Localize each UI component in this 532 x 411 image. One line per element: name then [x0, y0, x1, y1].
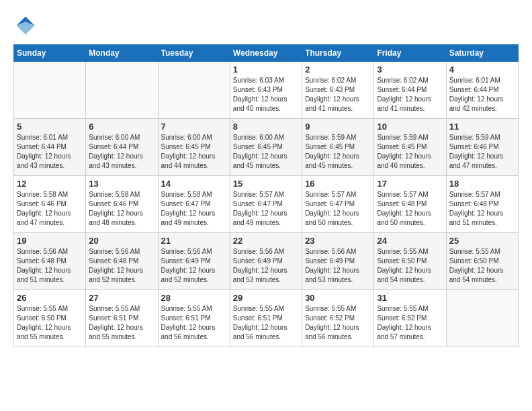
day-info: Sunrise: 5:58 AM Sunset: 6:46 PM Dayligh…	[89, 190, 154, 228]
logo	[13, 13, 42, 38]
day-info: Sunrise: 5:56 AM Sunset: 6:48 PM Dayligh…	[17, 247, 83, 285]
day-number: 19	[17, 236, 83, 246]
day-info: Sunrise: 5:57 AM Sunset: 6:47 PM Dayligh…	[305, 190, 371, 228]
day-info: Sunrise: 5:59 AM Sunset: 6:46 PM Dayligh…	[449, 133, 515, 171]
calendar-cell: 12Sunrise: 5:58 AM Sunset: 6:46 PM Dayli…	[14, 176, 86, 233]
calendar-cell: 18Sunrise: 5:57 AM Sunset: 6:48 PM Dayli…	[446, 176, 518, 233]
calendar-cell: 9Sunrise: 5:59 AM Sunset: 6:45 PM Daylig…	[302, 119, 374, 176]
calendar-cell: 26Sunrise: 5:55 AM Sunset: 6:50 PM Dayli…	[14, 290, 86, 347]
day-number: 29	[233, 293, 299, 303]
day-number: 3	[377, 64, 443, 75]
calendar-cell: 15Sunrise: 5:57 AM Sunset: 6:47 PM Dayli…	[230, 176, 302, 233]
day-number: 27	[89, 293, 154, 303]
day-info: Sunrise: 5:59 AM Sunset: 6:45 PM Dayligh…	[377, 133, 443, 171]
calendar-cell: 1Sunrise: 6:03 AM Sunset: 6:43 PM Daylig…	[230, 62, 302, 119]
logo-icon	[13, 13, 38, 38]
day-number: 21	[161, 236, 227, 246]
day-number: 12	[17, 179, 83, 189]
day-number: 23	[305, 236, 371, 246]
header-sunday: Sunday	[14, 45, 86, 62]
day-info: Sunrise: 5:59 AM Sunset: 6:45 PM Dayligh…	[305, 133, 371, 171]
day-info: Sunrise: 6:02 AM Sunset: 6:43 PM Dayligh…	[305, 76, 371, 113]
day-number: 20	[89, 236, 154, 246]
calendar-cell: 3Sunrise: 6:02 AM Sunset: 6:44 PM Daylig…	[374, 62, 446, 119]
calendar-cell: 16Sunrise: 5:57 AM Sunset: 6:47 PM Dayli…	[302, 176, 374, 233]
day-info: Sunrise: 5:58 AM Sunset: 6:47 PM Dayligh…	[161, 190, 227, 228]
day-info: Sunrise: 5:57 AM Sunset: 6:48 PM Dayligh…	[449, 190, 515, 228]
day-number: 11	[449, 122, 515, 132]
week-row-3: 12Sunrise: 5:58 AM Sunset: 6:46 PM Dayli…	[14, 176, 519, 233]
day-info: Sunrise: 6:01 AM Sunset: 6:44 PM Dayligh…	[17, 133, 83, 171]
calendar-cell: 17Sunrise: 5:57 AM Sunset: 6:48 PM Dayli…	[374, 176, 446, 233]
calendar-cell	[446, 290, 518, 347]
calendar-cell: 19Sunrise: 5:56 AM Sunset: 6:48 PM Dayli…	[14, 233, 86, 290]
day-info: Sunrise: 5:55 AM Sunset: 6:50 PM Dayligh…	[377, 247, 443, 285]
day-info: Sunrise: 6:01 AM Sunset: 6:44 PM Dayligh…	[449, 76, 515, 113]
day-info: Sunrise: 5:56 AM Sunset: 6:48 PM Dayligh…	[89, 247, 154, 285]
calendar-cell: 29Sunrise: 5:55 AM Sunset: 6:51 PM Dayli…	[230, 290, 302, 347]
calendar-cell: 27Sunrise: 5:55 AM Sunset: 6:51 PM Dayli…	[86, 290, 158, 347]
day-info: Sunrise: 5:55 AM Sunset: 6:51 PM Dayligh…	[89, 304, 154, 342]
header-monday: Monday	[86, 45, 158, 62]
week-row-5: 26Sunrise: 5:55 AM Sunset: 6:50 PM Dayli…	[14, 290, 519, 347]
calendar-cell: 23Sunrise: 5:56 AM Sunset: 6:49 PM Dayli…	[302, 233, 374, 290]
day-number: 25	[449, 236, 515, 246]
day-number: 31	[377, 293, 443, 303]
week-row-2: 5Sunrise: 6:01 AM Sunset: 6:44 PM Daylig…	[14, 119, 519, 176]
day-info: Sunrise: 6:00 AM Sunset: 6:44 PM Dayligh…	[89, 133, 154, 171]
day-number: 30	[305, 293, 371, 303]
day-info: Sunrise: 6:02 AM Sunset: 6:44 PM Dayligh…	[377, 76, 443, 113]
day-info: Sunrise: 5:55 AM Sunset: 6:50 PM Dayligh…	[449, 247, 515, 285]
day-info: Sunrise: 5:55 AM Sunset: 6:51 PM Dayligh…	[161, 304, 227, 342]
header-thursday: Thursday	[302, 45, 374, 62]
calendar-cell	[14, 62, 86, 119]
day-info: Sunrise: 5:57 AM Sunset: 6:48 PM Dayligh…	[377, 190, 443, 228]
calendar-cell	[86, 62, 158, 119]
day-info: Sunrise: 5:58 AM Sunset: 6:46 PM Dayligh…	[17, 190, 83, 228]
day-number: 9	[305, 122, 371, 132]
day-number: 17	[377, 179, 443, 189]
day-info: Sunrise: 5:55 AM Sunset: 6:52 PM Dayligh…	[305, 304, 371, 342]
page-header	[13, 13, 519, 38]
calendar-cell	[158, 62, 230, 119]
calendar-cell: 2Sunrise: 6:02 AM Sunset: 6:43 PM Daylig…	[302, 62, 374, 119]
day-info: Sunrise: 6:00 AM Sunset: 6:45 PM Dayligh…	[233, 133, 299, 171]
calendar-cell: 5Sunrise: 6:01 AM Sunset: 6:44 PM Daylig…	[14, 119, 86, 176]
day-info: Sunrise: 5:57 AM Sunset: 6:47 PM Dayligh…	[233, 190, 299, 228]
calendar-cell: 25Sunrise: 5:55 AM Sunset: 6:50 PM Dayli…	[446, 233, 518, 290]
day-info: Sunrise: 5:56 AM Sunset: 6:49 PM Dayligh…	[305, 247, 371, 285]
day-number: 28	[161, 293, 227, 303]
day-number: 2	[305, 64, 371, 75]
header-saturday: Saturday	[446, 45, 518, 62]
calendar-cell: 7Sunrise: 6:00 AM Sunset: 6:45 PM Daylig…	[158, 119, 230, 176]
calendar-cell: 22Sunrise: 5:56 AM Sunset: 6:49 PM Dayli…	[230, 233, 302, 290]
day-info: Sunrise: 5:55 AM Sunset: 6:50 PM Dayligh…	[17, 304, 83, 342]
day-info: Sunrise: 6:00 AM Sunset: 6:45 PM Dayligh…	[161, 133, 227, 171]
calendar-cell: 14Sunrise: 5:58 AM Sunset: 6:47 PM Dayli…	[158, 176, 230, 233]
day-number: 10	[377, 122, 443, 132]
header-row: Sunday Monday Tuesday Wednesday Thursday…	[14, 45, 519, 62]
calendar-header: Sunday Monday Tuesday Wednesday Thursday…	[14, 45, 519, 62]
day-number: 7	[161, 122, 227, 132]
day-number: 1	[233, 64, 299, 75]
day-number: 26	[17, 293, 83, 303]
calendar-cell: 31Sunrise: 5:55 AM Sunset: 6:52 PM Dayli…	[374, 290, 446, 347]
calendar-body: 1Sunrise: 6:03 AM Sunset: 6:43 PM Daylig…	[14, 62, 519, 347]
day-number: 22	[233, 236, 299, 246]
calendar-cell: 21Sunrise: 5:56 AM Sunset: 6:49 PM Dayli…	[158, 233, 230, 290]
calendar-table: Sunday Monday Tuesday Wednesday Thursday…	[13, 44, 519, 347]
day-info: Sunrise: 5:56 AM Sunset: 6:49 PM Dayligh…	[233, 247, 299, 285]
header-friday: Friday	[374, 45, 446, 62]
calendar-cell: 30Sunrise: 5:55 AM Sunset: 6:52 PM Dayli…	[302, 290, 374, 347]
header-wednesday: Wednesday	[230, 45, 302, 62]
calendar-cell: 8Sunrise: 6:00 AM Sunset: 6:45 PM Daylig…	[230, 119, 302, 176]
day-number: 4	[449, 64, 515, 75]
calendar-cell: 10Sunrise: 5:59 AM Sunset: 6:45 PM Dayli…	[374, 119, 446, 176]
day-number: 24	[377, 236, 443, 246]
day-number: 14	[161, 179, 227, 189]
week-row-4: 19Sunrise: 5:56 AM Sunset: 6:48 PM Dayli…	[14, 233, 519, 290]
week-row-1: 1Sunrise: 6:03 AM Sunset: 6:43 PM Daylig…	[14, 62, 519, 119]
calendar-cell: 28Sunrise: 5:55 AM Sunset: 6:51 PM Dayli…	[158, 290, 230, 347]
day-info: Sunrise: 5:55 AM Sunset: 6:52 PM Dayligh…	[377, 304, 443, 342]
calendar-cell: 24Sunrise: 5:55 AM Sunset: 6:50 PM Dayli…	[374, 233, 446, 290]
